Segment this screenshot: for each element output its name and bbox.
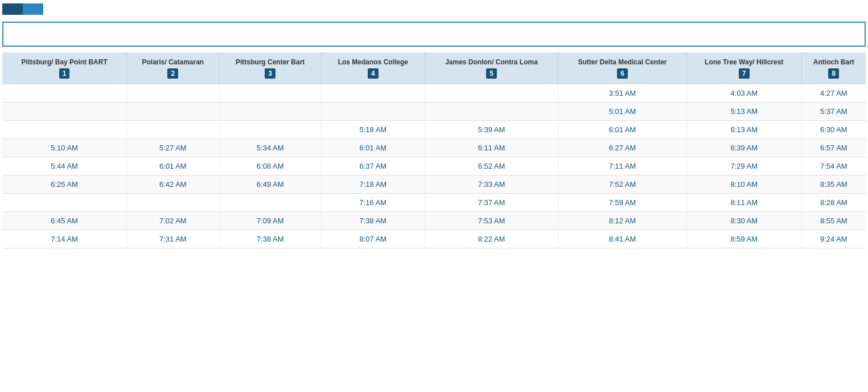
cell-r4-c5: 7:11 AM [558,157,687,175]
cell-r0-c1 [127,84,219,103]
cell-r8-c6: 8:59 AM [686,230,801,248]
cell-r8-c2: 7:38 AM [219,230,321,248]
cell-r1-c5: 5:01 AM [558,103,687,121]
cell-r1-c1 [127,103,219,121]
table-row: 5:01 AM5:13 AM5:37 AM [2,103,866,121]
cell-r2-c3: 5:18 AM [321,121,425,139]
cell-r6-c7: 8:28 AM [801,194,866,212]
cell-r2-c5: 6:01 AM [558,121,687,139]
cell-r7-c6: 8:30 AM [686,212,801,230]
stop-number-1: 1 [59,68,70,79]
cell-r5-c1: 6:42 AM [127,175,219,194]
cell-r4-c6: 7:29 AM [686,157,801,175]
cell-r6-c3: 7:16 AM [321,194,425,212]
cell-r1-c0 [2,103,127,121]
cell-r6-c0 [2,194,127,212]
cell-r4-c4: 6:52 AM [425,157,558,175]
stop-number-8: 8 [828,68,839,79]
cell-r1-c6: 5:13 AM [686,103,801,121]
cell-r2-c1 [127,121,219,139]
bus-stop-map-button[interactable] [2,3,23,15]
schedule-table-wrapper: Pittsburg/ Bay Point BART1Polaris/ Catam… [2,52,866,248]
cell-r6-c6: 8:11 AM [686,194,801,212]
cell-r6-c1 [127,194,219,212]
col-header-6: Sutter Delta Medical Center6 [558,52,687,84]
map-section [2,22,866,47]
cell-r3-c0: 5:10 AM [2,139,127,157]
cell-r2-c6: 6:13 AM [686,121,801,139]
header-nav [0,0,868,18]
cell-r3-c2: 5:34 AM [219,139,321,157]
cell-r5-c4: 7:33 AM [425,175,558,194]
cell-r7-c5: 8:12 AM [558,212,687,230]
cell-r4-c3: 6:37 AM [321,157,425,175]
cell-r2-c4: 5:39 AM [425,121,558,139]
cell-r0-c7: 4:27 AM [801,84,866,103]
stop-number-3: 3 [265,68,275,79]
cell-r6-c4: 7:37 AM [425,194,558,212]
cell-r5-c3: 7:18 AM [321,175,425,194]
cell-r8-c1: 7:31 AM [127,230,219,248]
cell-r3-c4: 6:11 AM [425,139,558,157]
cell-r2-c0 [2,121,127,139]
cell-r4-c2: 6:08 AM [219,157,321,175]
cell-r5-c7: 8:35 AM [801,175,866,194]
cell-r0-c3 [321,84,425,103]
stop-number-7: 7 [739,68,750,79]
cell-r4-c7: 7:54 AM [801,157,866,175]
table-row: 7:14 AM7:31 AM7:38 AM8:07 AM8:22 AM8:41 … [2,230,866,248]
bus-stop-list-button[interactable] [23,3,43,15]
cell-r5-c5: 7:52 AM [558,175,687,194]
cell-r7-c2: 7:09 AM [219,212,321,230]
cell-r4-c0: 5:44 AM [2,157,127,175]
cell-r8-c7: 9:24 AM [801,230,866,248]
col-header-8: Antioch Bart8 [801,52,866,84]
col-header-2: Polaris/ Catamaran2 [127,52,219,84]
cell-r2-c7: 6:30 AM [801,121,866,139]
cell-r7-c0: 6:45 AM [2,212,127,230]
cell-r1-c7: 5:37 AM [801,103,866,121]
col-header-1: Pittsburg/ Bay Point BART1 [2,52,127,84]
cell-r7-c3: 7:38 AM [321,212,425,230]
stop-number-4: 4 [368,68,379,79]
stop-number-6: 6 [617,68,628,79]
cell-r0-c4 [425,84,558,103]
col-header-5: James Donlon/ Contra Loma5 [425,52,558,84]
cell-r2-c2 [219,121,321,139]
cell-r3-c5: 6:27 AM [558,139,687,157]
stop-number-2: 2 [167,68,178,79]
cell-r3-c1: 5:27 AM [127,139,219,157]
cell-r5-c2: 6:49 AM [219,175,321,194]
cell-r8-c4: 8:22 AM [425,230,558,248]
cell-r8-c0: 7:14 AM [2,230,127,248]
cell-r1-c2 [219,103,321,121]
col-header-3: Pittsburg Center Bart3 [219,52,321,84]
table-row: 5:10 AM5:27 AM5:34 AM6:01 AM6:11 AM6:27 … [2,139,866,157]
cell-r6-c2 [219,194,321,212]
table-row: 3:51 AM4:03 AM4:27 AM [2,84,866,103]
cell-r1-c3 [321,103,425,121]
cell-r7-c7: 8:55 AM [801,212,866,230]
cell-r0-c2 [219,84,321,103]
table-row: 6:25 AM6:42 AM6:49 AM7:18 AM7:33 AM7:52 … [2,175,866,194]
cell-r7-c4: 7:53 AM [425,212,558,230]
cell-r0-c6: 4:03 AM [686,84,801,103]
table-row: 5:18 AM5:39 AM6:01 AM6:13 AM6:30 AM [2,121,866,139]
cell-r8-c5: 8:41 AM [558,230,687,248]
table-row: 7:16 AM7:37 AM7:59 AM8:11 AM8:28 AM [2,194,866,212]
cell-r3-c6: 6:39 AM [686,139,801,157]
cell-r7-c1: 7:02 AM [127,212,219,230]
cell-r5-c6: 8:10 AM [686,175,801,194]
cell-r0-c0 [2,84,127,103]
table-row: 5:44 AM6:01 AM6:08 AM6:37 AM6:52 AM7:11 … [2,157,866,175]
cell-r3-c7: 6:57 AM [801,139,866,157]
cell-r3-c3: 6:01 AM [321,139,425,157]
cell-r6-c5: 7:59 AM [558,194,687,212]
stop-number-5: 5 [486,68,497,79]
col-header-7: Lone Tree Way/ Hillcrest7 [686,52,801,84]
col-header-4: Los Medanos College4 [321,52,425,84]
table-body: 3:51 AM4:03 AM4:27 AM5:01 AM5:13 AM5:37 … [2,84,866,248]
cell-r5-c0: 6:25 AM [2,175,127,194]
table-header-row: Pittsburg/ Bay Point BART1Polaris/ Catam… [2,52,866,84]
cell-r4-c1: 6:01 AM [127,157,219,175]
